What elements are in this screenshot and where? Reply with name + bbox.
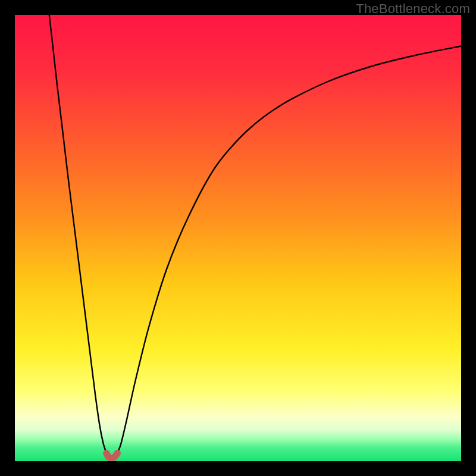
chart-frame: TheBottleneck.com	[0, 0, 476, 476]
chart-svg	[15, 15, 461, 461]
plot-area	[15, 15, 461, 461]
gradient-background	[15, 15, 461, 461]
